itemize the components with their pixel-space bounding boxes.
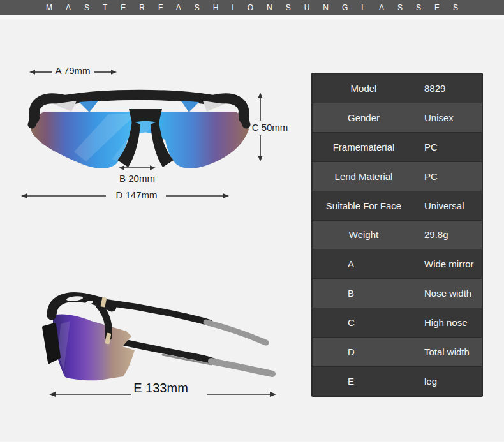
dim-d-left-arrow-icon	[20, 192, 107, 200]
row-value: Nose width	[424, 288, 471, 299]
table-row-gender: Gender Unisex	[313, 103, 482, 132]
dim-e-right-arrow-icon	[205, 390, 277, 399]
brand-banner: MASTERFASHIONSUNGLASSES	[0, 0, 504, 15]
side-sunglasses-drawing	[35, 286, 293, 385]
product-spec-sheet: MASTERFASHIONSUNGLASSES	[0, 0, 504, 446]
table-row-dim-c: C High nose	[313, 308, 482, 337]
vent-blue-right	[181, 101, 199, 112]
row-value: Unisex	[424, 112, 454, 123]
table-row-dim-e: E leg	[313, 366, 482, 396]
side-view-sunglasses-image	[35, 286, 293, 387]
table-row-dim-a: A Wide mirror	[313, 249, 482, 278]
banner-divider	[0, 15, 504, 19]
row-label: A	[313, 258, 415, 269]
temple-arm-upper	[107, 302, 210, 323]
table-row-dim-b: B Nose width	[313, 278, 482, 308]
table-row-weight: Weight 29.8g	[313, 220, 482, 249]
table-row-frame-material: Framematerial PC	[313, 132, 482, 161]
row-label: Model	[313, 83, 415, 94]
row-value: PC	[424, 171, 438, 182]
dim-a-right-arrow-icon	[93, 68, 117, 76]
dim-c-up-arrow-icon	[256, 92, 265, 121]
row-value: 29.8g	[424, 229, 448, 240]
row-value: Wide mirror	[424, 258, 474, 269]
vent-blue-left	[79, 101, 98, 112]
temple-tip-upper	[206, 322, 266, 343]
front-frame-end-left	[32, 113, 36, 124]
row-label: Framematerial	[313, 142, 415, 152]
dim-label-d: D 147mm	[112, 190, 161, 200]
row-value: leg	[424, 376, 437, 387]
dim-c-down-arrow-icon	[256, 135, 265, 162]
row-value: PC	[424, 142, 438, 152]
row-value: 8829	[424, 83, 445, 94]
table-row-lens-material: Lend Material PC	[313, 161, 482, 191]
dim-label-c: C 50mm	[250, 122, 290, 133]
dim-b-double-arrow-icon	[118, 164, 156, 172]
row-label: C	[313, 317, 415, 328]
table-row-dim-d: D Total width	[313, 337, 482, 366]
temple-tip-lower	[211, 361, 272, 374]
row-label: Suitable For Face	[313, 200, 415, 211]
table-row-model: Model 8829	[313, 74, 482, 103]
dim-d-right-arrow-icon	[165, 192, 230, 200]
row-value: Total width	[424, 346, 470, 357]
row-label: Gender	[313, 112, 415, 123]
table-row-suitable-face: Suitable For Face Universal	[313, 191, 482, 220]
dim-e-left-arrow-icon	[48, 390, 133, 399]
dim-label-a: A 79mm	[54, 65, 92, 76]
row-label: D	[313, 346, 415, 357]
dim-label-b: B 20mm	[116, 173, 158, 184]
front-frame-end-right	[242, 113, 246, 124]
row-label: B	[313, 288, 415, 299]
footer-strip	[0, 442, 504, 446]
row-value: High nose	[424, 317, 468, 328]
spec-table: Model 8829 Gender Unisex Framematerial P…	[311, 73, 483, 397]
brand-banner-text: MASTERFASHIONSUNGLASSES	[46, 3, 471, 12]
row-label: E	[313, 376, 415, 387]
row-label: Lend Material	[313, 171, 415, 182]
row-value: Universal	[424, 200, 464, 211]
dim-a-left-arrow-icon	[29, 68, 53, 76]
dim-label-e: E 133mm	[131, 381, 190, 396]
row-label: Weight	[313, 229, 415, 240]
